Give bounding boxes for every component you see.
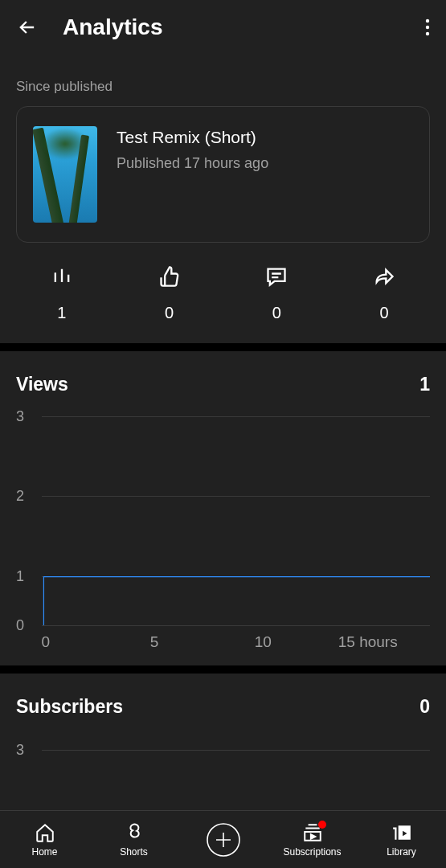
stat-likes-value: 0	[165, 304, 174, 322]
nav-library-label: Library	[387, 846, 416, 858]
share-icon	[373, 265, 395, 288]
nav-library[interactable]: Library	[357, 822, 446, 858]
y-tick: 2	[16, 488, 24, 505]
nav-home[interactable]: Home	[0, 822, 89, 858]
video-meta: Test Remix (Short) Published 17 hours ag…	[117, 126, 268, 172]
views-chart: 3 2 1 0 0 5 10 15 hours	[16, 416, 430, 657]
bottom-nav: Home Shorts Subscriptions Library	[0, 810, 446, 868]
divider	[0, 665, 446, 674]
video-card[interactable]: Test Remix (Short) Published 17 hours ag…	[16, 106, 430, 243]
svg-point-0	[426, 19, 429, 23]
stat-comments[interactable]: 0	[223, 265, 331, 322]
header: Analytics	[0, 0, 446, 55]
x-tick: 0	[42, 633, 51, 651]
video-published: Published 17 hours ago	[117, 155, 268, 172]
stat-views-value: 1	[57, 304, 66, 322]
notification-dot	[318, 821, 326, 829]
nav-home-label: Home	[31, 846, 57, 858]
nav-shorts[interactable]: Shorts	[89, 822, 178, 858]
chart-line	[42, 416, 430, 625]
y-tick: 3	[16, 742, 24, 759]
since-published-label: Since published	[0, 55, 446, 106]
nav-shorts-label: Shorts	[120, 846, 148, 858]
stat-likes[interactable]: 0	[116, 265, 223, 322]
stats-row: 1 0 0 0	[0, 243, 446, 343]
analytics-icon	[51, 265, 73, 288]
thumbs-up-icon	[158, 265, 181, 288]
nav-subscriptions[interactable]: Subscriptions	[268, 822, 357, 858]
page-title: Analytics	[63, 14, 163, 40]
views-value: 1	[419, 374, 430, 395]
y-tick: 0	[16, 616, 24, 633]
home-icon	[35, 822, 55, 843]
nav-create[interactable]	[178, 822, 268, 858]
subscribers-value: 0	[419, 696, 430, 718]
x-tick: 5	[150, 633, 159, 651]
views-title: Views	[16, 374, 68, 395]
x-axis: 0 5 10 15 hours	[42, 633, 430, 657]
views-section: Views 1 3 2 1 0 0 5 10 15 hours	[0, 351, 446, 665]
shorts-icon	[124, 822, 145, 843]
x-tick: 10	[255, 633, 272, 651]
comment-icon	[265, 265, 288, 288]
x-tick: 15 hours	[338, 633, 398, 651]
stat-comments-value: 0	[272, 304, 281, 322]
stat-views[interactable]: 1	[8, 265, 116, 322]
video-thumbnail	[33, 126, 97, 223]
y-tick: 1	[16, 568, 24, 585]
library-icon	[391, 822, 412, 843]
svg-point-1	[426, 26, 429, 29]
stat-shares-value: 0	[380, 304, 389, 322]
subscribers-title: Subscribers	[16, 696, 123, 718]
divider	[0, 343, 446, 351]
video-title: Test Remix (Short)	[117, 128, 268, 147]
y-tick: 3	[16, 408, 24, 425]
stat-shares[interactable]: 0	[330, 265, 438, 322]
subscribers-chart: 3	[16, 739, 430, 771]
back-icon[interactable]	[16, 16, 39, 39]
grid-line	[42, 750, 430, 751]
plus-circle-icon	[206, 822, 241, 858]
nav-subscriptions-label: Subscriptions	[283, 846, 341, 858]
svg-point-2	[426, 32, 429, 35]
subscribers-section: Subscribers 0 3	[0, 674, 446, 778]
more-vertical-icon[interactable]	[425, 18, 430, 37]
